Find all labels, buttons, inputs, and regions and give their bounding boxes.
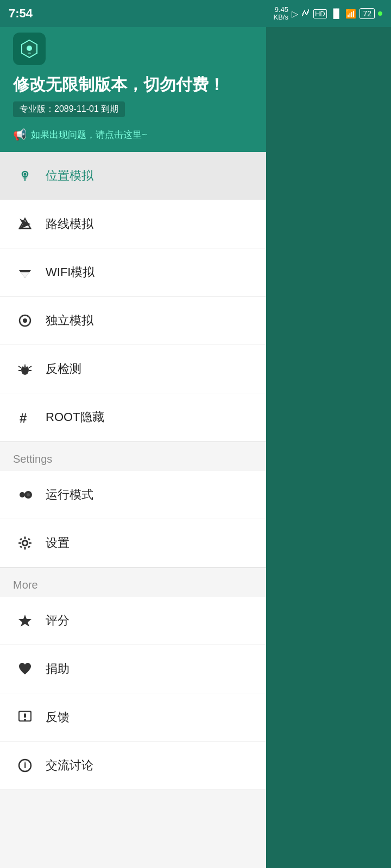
nav-item-independent[interactable]: 独立模拟	[0, 297, 266, 345]
status-icons: 9.45KB/s ▷ 🗲 HD ▐▌ 📶 72	[274, 6, 383, 22]
nav-label-donate: 捐助	[46, 661, 70, 677]
battery-dot	[378, 11, 382, 16]
svg-line-14	[29, 366, 31, 368]
nav-item-route[interactable]: 路线模拟	[0, 200, 266, 248]
battery-icon: 72	[360, 8, 375, 19]
nav-label-settings: 设置	[46, 535, 70, 551]
version-badge: 专业版：2089-11-01 到期	[13, 101, 125, 117]
svg-point-19	[26, 365, 28, 367]
nav-label-feedback: 反馈	[46, 709, 70, 725]
notice-text: 如果出现问题，请点击这里~	[31, 129, 147, 141]
svg-point-2	[28, 53, 31, 54]
nav-item-settings[interactable]: 设置	[0, 519, 266, 567]
svg-rect-29	[20, 538, 22, 541]
drawer-nav: 位置模拟 路线模拟 WIFI模拟	[0, 152, 266, 442]
wifi-status-icon: 📶	[345, 9, 356, 19]
logo-icon	[20, 39, 39, 59]
nav-item-antidetect[interactable]: 反检测	[0, 345, 266, 393]
svg-marker-8	[21, 272, 29, 278]
svg-rect-31	[20, 546, 22, 548]
svg-rect-30	[28, 538, 30, 541]
nav-item-donate[interactable]: 捐助	[0, 645, 266, 693]
antidetect-icon	[13, 357, 37, 381]
svg-rect-28	[29, 542, 31, 544]
svg-text:i: i	[24, 761, 26, 770]
notice-row[interactable]: 📢 如果出现问题，请点击这里~	[13, 128, 253, 141]
runmode-icon	[13, 483, 37, 507]
svg-rect-25	[24, 537, 26, 539]
header-title: 修改无限制版本，切勿付费！	[13, 74, 253, 95]
settings-icon	[13, 531, 37, 555]
svg-rect-37	[24, 713, 26, 718]
svg-text:#: #	[20, 411, 27, 425]
nav-label-route: 路线模拟	[46, 216, 93, 232]
route-icon	[13, 212, 37, 236]
more-section-header: More	[0, 568, 266, 597]
wifi-icon	[13, 260, 37, 284]
donate-icon	[13, 657, 37, 681]
drawer: 修改无限制版本，切勿付费！ 专业版：2089-11-01 到期 📢 如果出现问题…	[0, 0, 266, 868]
root-icon: #	[13, 405, 37, 429]
svg-point-1	[27, 46, 32, 51]
settings-nav: 运行模式 设置	[0, 471, 266, 567]
svg-point-33	[23, 541, 27, 545]
nav-label-antidetect: 反检测	[46, 361, 81, 377]
svg-rect-32	[28, 546, 30, 548]
svg-point-10	[23, 318, 27, 323]
speed-indicator: 9.45KB/s	[274, 6, 288, 22]
nav-item-wifi[interactable]: WIFI模拟	[0, 248, 266, 297]
nav-label-rate: 评分	[46, 612, 70, 629]
nav-item-location[interactable]: 位置模拟	[0, 152, 266, 200]
feedback-icon	[13, 705, 37, 729]
bars-icon: ▐▌	[330, 9, 343, 18]
svg-marker-34	[18, 615, 31, 627]
svg-rect-26	[24, 547, 26, 550]
nav-label-independent: 独立模拟	[46, 312, 93, 329]
independent-icon	[13, 309, 37, 333]
more-nav: 评分 捐助 反馈	[0, 597, 266, 790]
notice-icon: 📢	[13, 128, 27, 141]
status-bar: 7:54 9.45KB/s ▷ 🗲 HD ▐▌ 📶 72	[0, 0, 391, 27]
svg-line-13	[18, 366, 21, 368]
svg-point-4	[24, 173, 27, 176]
nav-label-discuss: 交流讨论	[46, 757, 93, 774]
status-time: 7:54	[9, 7, 33, 21]
svg-rect-27	[18, 542, 21, 544]
nav-label-location: 位置模拟	[46, 168, 93, 184]
discuss-icon: i	[13, 754, 37, 777]
app-logo	[13, 33, 46, 65]
svg-point-23	[27, 493, 30, 496]
hd-icon: HD	[313, 9, 327, 18]
gps-icon: ▷	[292, 9, 298, 19]
nav-label-runmode: 运行模式	[46, 487, 93, 503]
nav-item-feedback[interactable]: 反馈	[0, 693, 266, 742]
right-panel	[261, 0, 391, 868]
svg-point-18	[22, 365, 24, 367]
nav-item-runmode[interactable]: 运行模式	[0, 471, 266, 519]
settings-section-header: Settings	[0, 442, 266, 471]
location-icon	[13, 164, 37, 188]
nav-item-root[interactable]: # ROOT隐藏	[0, 393, 266, 442]
nav-label-root: ROOT隐藏	[46, 409, 104, 425]
rate-icon	[13, 609, 37, 633]
svg-point-21	[20, 492, 25, 497]
svg-rect-38	[24, 719, 26, 720]
signal-icon: 🗲	[301, 9, 310, 18]
nav-item-rate[interactable]: 评分	[0, 597, 266, 645]
nav-label-wifi: WIFI模拟	[46, 264, 94, 280]
nav-item-discuss[interactable]: i 交流讨论	[0, 742, 266, 790]
